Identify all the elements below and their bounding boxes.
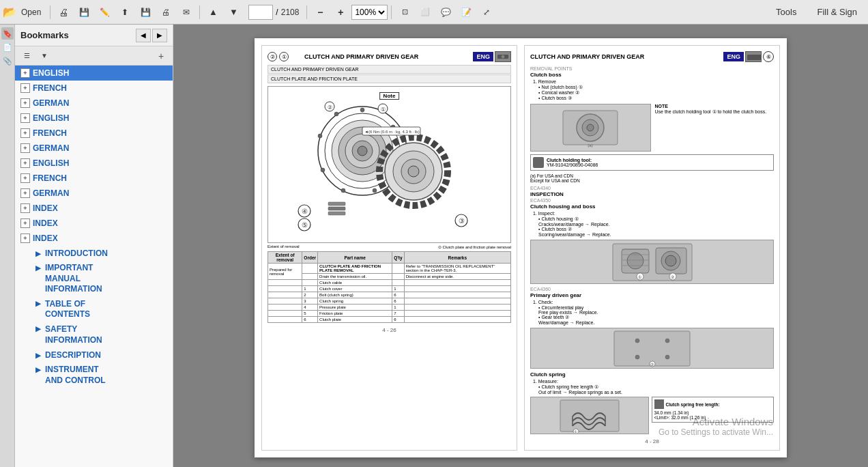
svg-rect-37 [747,55,761,60]
toolbar-separator-2 [199,5,200,19]
bookmark-item-german1[interactable]: + GERMAN [15,96,173,111]
bookmark-item-introduction[interactable]: ▶ INTRODUCTION [15,246,173,261]
expand-icon-english2[interactable]: + [20,113,30,123]
bookmark-item-english2[interactable]: + ENGLISH [15,111,173,126]
bookmark-tree[interactable]: + ENGLISH + FRENCH + GERMAN + ENGLISH + … [15,66,173,467]
printer2-button[interactable]: 🖨 [156,3,175,21]
svg-point-13 [341,188,345,193]
tools-button[interactable]: Tools [769,3,803,21]
svg-text:④: ④ [302,208,308,215]
bookmarks-menu-btn[interactable]: ▼ [37,48,52,63]
document-page: ② ① CLUTCH AND PRIMARY DRIVEN GEAR ENG [255,38,787,457]
zoom-select[interactable]: 100% 75% 125% 150% [351,5,388,20]
bookmark-item-safety[interactable]: ▶ SAFETYINFORMATION [15,322,173,348]
photo-gear: ② [530,328,774,369]
bookmark-label-german3: GERMAN [33,188,69,198]
tool-icon-left [496,52,510,61]
svg-text:⑤: ⑤ [302,221,308,229]
sidebar-icon-bookmark[interactable]: 🔖 [1,27,14,40]
bookmark-item-description[interactable]: ▶ DESCRIPTION [15,348,173,363]
photo-housing: ① ② [530,240,774,284]
bookmark-item-index1[interactable]: + INDEX [15,201,173,216]
save2-button[interactable]: 💾 [136,3,155,21]
bookmark-item-english3[interactable]: + ENGLISH [15,156,173,171]
toolbar-separator-1 [50,5,50,19]
bookmarks-controls: ◀ ▶ [136,29,167,42]
diagram-labels: Extent of removal ⊙ Clutch plate and fri… [267,244,511,249]
zoom-out-button[interactable]: − [310,3,330,21]
bookmark-item-instrument[interactable]: ▶ INSTRUMENTAND CONTROL [15,363,173,388]
photo-svg-3: ② [613,330,691,367]
bookmark-item-french2[interactable]: + FRENCH [15,126,173,141]
bookmarks-add-btn[interactable]: + [154,48,169,63]
edit-button[interactable]: ✏️ [95,3,114,21]
expand-icon-french3[interactable]: + [20,173,30,183]
primary-gear-title: Primary driven gear [530,292,774,298]
expand-icon-english1[interactable]: + [20,68,30,78]
page-input[interactable]: 14 [248,5,273,20]
bookmarks-next-btn[interactable]: ▶ [152,29,167,42]
bookmark-label-toc: TABLE OFCONTENTS [45,299,90,320]
svg-text:②: ② [328,104,332,111]
leaf-icon-instrument: ▶ [34,365,42,373]
photo-svg-1: (a) [560,107,621,148]
expand-icon-english3[interactable]: + [20,158,30,168]
fill-sign-button[interactable]: Fill & Sign [809,3,865,21]
bookmark-label-index2: INDEX [33,218,58,228]
expand-icon-index3[interactable]: + [20,234,30,243]
page-separator: / [276,8,278,17]
usa-notes: (a) For USA and CDN Except for USA and C… [530,173,774,183]
sidebar-icon-page[interactable]: 📄 [1,41,14,53]
bookmark-item-english1[interactable]: + ENGLISH [15,66,173,81]
clutch-spring-title: Clutch spring [530,371,774,378]
inspect-items: • Clutch housing ① Cracks/wear/damage → … [538,216,774,237]
email-button[interactable]: ✉ [177,3,196,21]
expand-icon-index1[interactable]: + [20,203,30,213]
bookmark-item-german2[interactable]: + GERMAN [15,141,173,156]
expand-icon-french1[interactable]: + [20,83,30,93]
bookmark-item-french1[interactable]: + FRENCH [15,81,173,96]
bookmarks-view-btn[interactable]: ☰ [19,48,34,63]
upload-button[interactable]: ⬆ [115,3,134,21]
open-button[interactable]: Open [18,3,44,21]
bookmark-label-english1: ENGLISH [33,68,69,78]
markup-button[interactable]: 📝 [457,3,476,21]
svg-point-1 [502,55,505,59]
bookmark-item-toc[interactable]: ▶ TABLE OFCONTENTS [15,297,173,322]
expand-icon-french2[interactable]: + [20,128,30,138]
print-button[interactable]: 🖨 [54,3,73,21]
bookmark-label-instrument: INSTRUMENTAND CONTROL [45,365,106,386]
next-page-button[interactable]: ▼ [224,3,243,21]
svg-point-52 [665,255,676,266]
content-area[interactable]: ② ① CLUTCH AND PRIMARY DRIVEN GEAR ENG [173,25,868,467]
bookmark-item-german3[interactable]: + GERMAN [15,186,173,201]
sidebar-icon-attach[interactable]: 📎 [1,55,14,67]
spring-spec-box: Clutch spring free length: 34.0 mm (1.34… [652,397,775,423]
bookmark-label-important: IMPORTANTMANUALINFORMATION [45,263,102,295]
removal-table: Extent of removal Order Part name Q'ty R… [267,251,511,323]
bookmark-item-french3[interactable]: + FRENCH [15,171,173,186]
toolbar-separator-3 [306,5,307,19]
prev-page-button[interactable]: ▲ [203,3,222,21]
clutch-diagram-box: Note [267,86,511,243]
spring-step: 1. Measure: [533,379,774,384]
bookmark-item-index3[interactable]: + INDEX [15,231,173,246]
bookmark-label-english3: ENGLISH [33,158,69,168]
expand-icon-german1[interactable]: + [20,98,30,108]
bookmark-label-french3: FRENCH [33,173,67,183]
clutch-svg: ◄(6 Nm (0.6 m · kg, 4.3 ft · lb) ① ② ③ [294,89,485,240]
fit-page-button[interactable]: ⊡ [395,3,414,21]
bookmarks-prev-btn[interactable]: ◀ [136,29,151,42]
photo-svg-2: ① ② [611,242,693,282]
fit-width-button[interactable]: ⬜ [416,3,435,21]
bookmark-item-index2[interactable]: + INDEX [15,216,173,231]
expand-icon-index2[interactable]: + [20,218,30,228]
expand-icon-german3[interactable]: + [20,188,30,198]
zoom-in-button[interactable]: + [331,3,350,21]
save-button[interactable]: 💾 [74,3,93,21]
expand-icon-german2[interactable]: + [20,143,30,153]
bookmark-item-important[interactable]: ▶ IMPORTANTMANUALINFORMATION [15,261,173,297]
leaf-icon-toc: ▶ [34,300,42,308]
comment-button[interactable]: 💬 [436,3,455,21]
fullscreen-button[interactable]: ⤢ [477,3,496,21]
